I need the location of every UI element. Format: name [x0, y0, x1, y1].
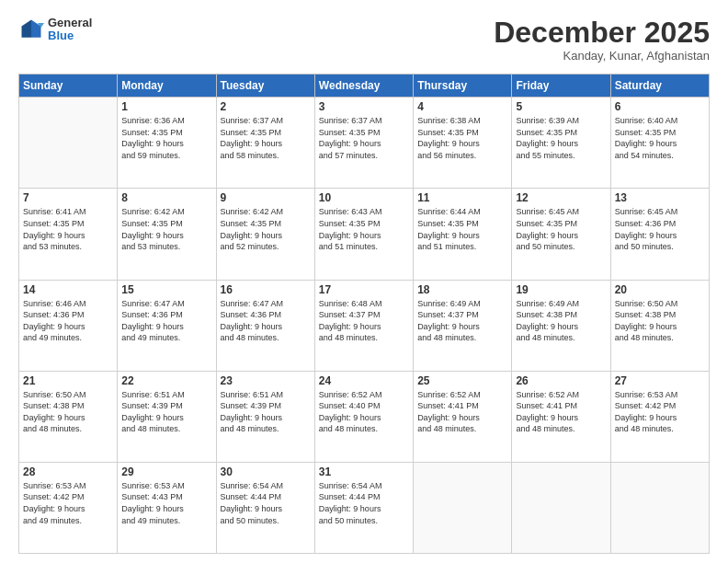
day-info: Sunrise: 6:46 AM Sunset: 4:36 PM Dayligh…	[23, 298, 113, 344]
day-info: Sunrise: 6:50 AM Sunset: 4:38 PM Dayligh…	[23, 389, 113, 435]
weekday-header-monday: Monday	[118, 75, 216, 98]
header: General Blue December 2025 Kanday, Kunar…	[18, 17, 710, 63]
svg-marker-0	[31, 20, 41, 38]
day-number: 28	[23, 465, 113, 478]
day-info: Sunrise: 6:48 AM Sunset: 4:37 PM Dayligh…	[319, 298, 409, 344]
day-number: 25	[417, 374, 507, 387]
calendar-cell: 20Sunrise: 6:50 AM Sunset: 4:38 PM Dayli…	[610, 280, 709, 371]
day-info: Sunrise: 6:42 AM Sunset: 4:35 PM Dayligh…	[221, 206, 311, 252]
calendar-cell: 11Sunrise: 6:44 AM Sunset: 4:35 PM Dayli…	[414, 189, 512, 280]
weekday-header-thursday: Thursday	[414, 75, 512, 98]
day-number: 18	[417, 283, 507, 296]
day-info: Sunrise: 6:39 AM Sunset: 4:35 PM Dayligh…	[516, 115, 606, 161]
day-number: 15	[121, 283, 211, 296]
day-info: Sunrise: 6:54 AM Sunset: 4:44 PM Dayligh…	[319, 480, 409, 526]
day-info: Sunrise: 6:53 AM Sunset: 4:42 PM Dayligh…	[615, 389, 705, 435]
day-info: Sunrise: 6:44 AM Sunset: 4:35 PM Dayligh…	[417, 206, 507, 252]
day-info: Sunrise: 6:41 AM Sunset: 4:35 PM Dayligh…	[23, 206, 113, 252]
calendar-cell: 31Sunrise: 6:54 AM Sunset: 4:44 PM Dayli…	[314, 462, 413, 553]
calendar-cell: 12Sunrise: 6:45 AM Sunset: 4:35 PM Dayli…	[512, 189, 610, 280]
day-number: 10	[319, 191, 409, 204]
day-number: 12	[516, 191, 606, 204]
day-number: 23	[221, 374, 311, 387]
day-info: Sunrise: 6:52 AM Sunset: 4:41 PM Dayligh…	[516, 389, 606, 435]
weekday-header-wednesday: Wednesday	[314, 75, 413, 98]
day-number: 11	[417, 191, 507, 204]
calendar-week-1: 7Sunrise: 6:41 AM Sunset: 4:35 PM Daylig…	[19, 189, 710, 280]
day-info: Sunrise: 6:54 AM Sunset: 4:44 PM Dayligh…	[221, 480, 311, 526]
day-info: Sunrise: 6:52 AM Sunset: 4:40 PM Dayligh…	[319, 389, 409, 435]
day-info: Sunrise: 6:50 AM Sunset: 4:38 PM Dayligh…	[615, 298, 705, 344]
title-block: December 2025 Kanday, Kunar, Afghanistan	[494, 17, 710, 63]
day-info: Sunrise: 6:43 AM Sunset: 4:35 PM Dayligh…	[319, 206, 409, 252]
day-number: 14	[23, 283, 113, 296]
day-number: 30	[221, 465, 311, 478]
day-number: 29	[121, 465, 211, 478]
calendar-cell	[414, 462, 512, 553]
logo: General Blue	[18, 17, 92, 43]
day-number: 27	[615, 374, 705, 387]
calendar-cell: 9Sunrise: 6:42 AM Sunset: 4:35 PM Daylig…	[216, 189, 314, 280]
calendar-cell: 13Sunrise: 6:45 AM Sunset: 4:36 PM Dayli…	[610, 189, 709, 280]
location-subtitle: Kanday, Kunar, Afghanistan	[494, 49, 710, 63]
calendar-cell: 16Sunrise: 6:47 AM Sunset: 4:36 PM Dayli…	[216, 280, 314, 371]
day-number: 26	[516, 374, 606, 387]
day-number: 6	[615, 100, 705, 113]
day-number: 24	[319, 374, 409, 387]
calendar-cell: 2Sunrise: 6:37 AM Sunset: 4:35 PM Daylig…	[216, 98, 314, 189]
calendar-cell: 1Sunrise: 6:36 AM Sunset: 4:35 PM Daylig…	[118, 98, 216, 189]
day-info: Sunrise: 6:38 AM Sunset: 4:35 PM Dayligh…	[417, 115, 507, 161]
day-number: 22	[121, 374, 211, 387]
day-info: Sunrise: 6:37 AM Sunset: 4:35 PM Dayligh…	[319, 115, 409, 161]
calendar-cell: 17Sunrise: 6:48 AM Sunset: 4:37 PM Dayli…	[314, 280, 413, 371]
day-number: 31	[319, 465, 409, 478]
day-number: 20	[615, 283, 705, 296]
day-number: 16	[221, 283, 311, 296]
day-info: Sunrise: 6:37 AM Sunset: 4:35 PM Dayligh…	[221, 115, 311, 161]
calendar-cell: 22Sunrise: 6:51 AM Sunset: 4:39 PM Dayli…	[118, 371, 216, 462]
calendar-cell: 28Sunrise: 6:53 AM Sunset: 4:42 PM Dayli…	[19, 462, 118, 553]
calendar-week-4: 28Sunrise: 6:53 AM Sunset: 4:42 PM Dayli…	[19, 462, 710, 553]
calendar-cell: 10Sunrise: 6:43 AM Sunset: 4:35 PM Dayli…	[314, 189, 413, 280]
calendar-cell	[610, 462, 709, 553]
calendar-cell: 27Sunrise: 6:53 AM Sunset: 4:42 PM Dayli…	[610, 371, 709, 462]
calendar-cell: 14Sunrise: 6:46 AM Sunset: 4:36 PM Dayli…	[19, 280, 118, 371]
calendar-cell: 29Sunrise: 6:53 AM Sunset: 4:43 PM Dayli…	[118, 462, 216, 553]
day-info: Sunrise: 6:53 AM Sunset: 4:42 PM Dayligh…	[23, 480, 113, 526]
day-info: Sunrise: 6:36 AM Sunset: 4:35 PM Dayligh…	[121, 115, 211, 161]
day-info: Sunrise: 6:49 AM Sunset: 4:38 PM Dayligh…	[516, 298, 606, 344]
day-number: 17	[319, 283, 409, 296]
logo-icon	[18, 17, 44, 42]
svg-marker-1	[22, 20, 32, 38]
day-number: 21	[23, 374, 113, 387]
weekday-header-friday: Friday	[512, 75, 610, 98]
day-info: Sunrise: 6:40 AM Sunset: 4:35 PM Dayligh…	[615, 115, 705, 161]
calendar-cell: 19Sunrise: 6:49 AM Sunset: 4:38 PM Dayli…	[512, 280, 610, 371]
calendar-cell	[512, 462, 610, 553]
calendar-cell: 8Sunrise: 6:42 AM Sunset: 4:35 PM Daylig…	[118, 189, 216, 280]
calendar-week-0: 1Sunrise: 6:36 AM Sunset: 4:35 PM Daylig…	[19, 98, 710, 189]
calendar-week-2: 14Sunrise: 6:46 AM Sunset: 4:36 PM Dayli…	[19, 280, 710, 371]
day-info: Sunrise: 6:53 AM Sunset: 4:43 PM Dayligh…	[121, 480, 211, 526]
day-number: 1	[121, 100, 211, 113]
page: General Blue December 2025 Kanday, Kunar…	[0, 0, 728, 563]
logo-blue-text: Blue	[48, 29, 92, 42]
calendar-week-3: 21Sunrise: 6:50 AM Sunset: 4:38 PM Dayli…	[19, 371, 710, 462]
day-info: Sunrise: 6:47 AM Sunset: 4:36 PM Dayligh…	[221, 298, 311, 344]
day-info: Sunrise: 6:51 AM Sunset: 4:39 PM Dayligh…	[221, 389, 311, 435]
day-number: 4	[417, 100, 507, 113]
calendar-cell: 6Sunrise: 6:40 AM Sunset: 4:35 PM Daylig…	[610, 98, 709, 189]
day-number: 13	[615, 191, 705, 204]
calendar-cell: 25Sunrise: 6:52 AM Sunset: 4:41 PM Dayli…	[414, 371, 512, 462]
calendar-body: 1Sunrise: 6:36 AM Sunset: 4:35 PM Daylig…	[19, 98, 710, 554]
calendar-cell: 24Sunrise: 6:52 AM Sunset: 4:40 PM Dayli…	[314, 371, 413, 462]
day-info: Sunrise: 6:52 AM Sunset: 4:41 PM Dayligh…	[417, 389, 507, 435]
calendar-cell: 5Sunrise: 6:39 AM Sunset: 4:35 PM Daylig…	[512, 98, 610, 189]
day-number: 9	[221, 191, 311, 204]
calendar-cell: 4Sunrise: 6:38 AM Sunset: 4:35 PM Daylig…	[414, 98, 512, 189]
calendar-cell: 18Sunrise: 6:49 AM Sunset: 4:37 PM Dayli…	[414, 280, 512, 371]
day-number: 7	[23, 191, 113, 204]
weekday-row: SundayMondayTuesdayWednesdayThursdayFrid…	[19, 75, 710, 98]
calendar-cell: 7Sunrise: 6:41 AM Sunset: 4:35 PM Daylig…	[19, 189, 118, 280]
day-number: 8	[121, 191, 211, 204]
